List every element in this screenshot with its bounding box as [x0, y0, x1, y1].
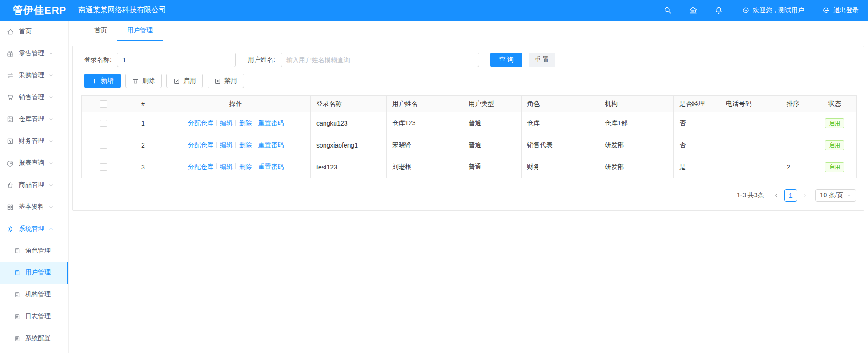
content-card: 登录名称: 用户姓名: 查 询 重 置 新增 删除 启用 [72, 46, 864, 211]
action-reset-password[interactable]: 重置密码 [258, 163, 284, 170]
status-badge: 启用 [825, 140, 844, 150]
check-square-icon [173, 78, 180, 84]
cell-user-type: 普通 [463, 134, 522, 156]
chevron-down-icon [48, 161, 53, 166]
action-reset-password[interactable]: 重置密码 [258, 141, 284, 148]
action-delete[interactable]: 删除 [239, 119, 252, 126]
cell-phone [720, 112, 781, 134]
cell-is-manager: 否 [674, 112, 720, 134]
prev-page-button[interactable] [771, 189, 782, 202]
action-edit[interactable]: 编辑 [220, 119, 233, 126]
header-actions: 欢迎您，测试用户 退出登录 [647, 5, 859, 16]
bank-icon[interactable] [688, 5, 698, 16]
basic-data-icon [6, 203, 14, 211]
action-edit[interactable]: 编辑 [220, 141, 233, 148]
page-size-select[interactable]: 10 条/页 [815, 189, 856, 202]
chevron-right-icon [803, 193, 808, 198]
tab-home[interactable]: 首页 [84, 20, 117, 41]
action-delete[interactable]: 删除 [239, 163, 252, 170]
sidebar-item-system-config[interactable]: 系统配置 [0, 327, 68, 349]
add-button[interactable]: 新增 [84, 74, 121, 88]
col-is-manager: 是否经理 [674, 96, 720, 112]
cell-org: 研发部 [599, 134, 674, 156]
chevron-down-icon [48, 139, 53, 144]
purchase-icon [6, 72, 14, 79]
sidebar-item-org-mgmt[interactable]: 机构管理 [0, 284, 68, 306]
sidebar-item-purchase[interactable]: 采购管理 [0, 64, 68, 86]
sidebar-item-sales[interactable]: 销售管理 [0, 86, 68, 108]
table-header-row: # 操作 登录名称 用户姓名 用户类型 角色 机构 是否经理 电话号码 排序 状… [82, 96, 857, 112]
sidebar-item-log-mgmt[interactable]: 日志管理 [0, 306, 68, 327]
action-reset-password[interactable]: 重置密码 [258, 119, 284, 126]
welcome-user[interactable]: 欢迎您，测试用户 [742, 6, 804, 15]
main-content: 首页 用户管理 登录名称: 用户姓名: 查 询 重 置 新增 删除 [69, 21, 868, 353]
toolbar: 新增 删除 启用 禁用 [81, 74, 855, 88]
trash-icon [132, 78, 139, 84]
reset-button[interactable]: 重 置 [529, 53, 555, 67]
login-name-input[interactable] [117, 53, 236, 67]
logout-text: 退出登录 [833, 6, 859, 15]
sidebar: 首页 零售管理 采购管理 销售管理 仓库管理 财务管理 报表查询 商品管理 基本… [0, 21, 69, 353]
action-assign-warehouse[interactable]: 分配仓库 [188, 119, 213, 126]
sidebar-item-goods[interactable]: 商品管理 [0, 174, 68, 196]
users-table: # 操作 登录名称 用户姓名 用户类型 角色 机构 是否经理 电话号码 排序 状… [81, 95, 857, 178]
bell-icon[interactable] [714, 5, 724, 16]
search-icon[interactable] [662, 5, 672, 16]
retail-icon [6, 50, 14, 58]
search-button[interactable]: 查 询 [490, 53, 522, 67]
pagination: 1-3 共3条 1 10 条/页 [81, 189, 856, 202]
chevron-left-icon [773, 193, 779, 198]
row-checkbox[interactable] [100, 120, 107, 127]
col-phone: 电话号码 [720, 96, 781, 112]
cell-sort [781, 112, 813, 134]
row-checkbox[interactable] [100, 163, 107, 171]
col-actions: 操作 [161, 96, 311, 112]
app-logo: 管伊佳ERP [13, 4, 66, 17]
row-checkbox[interactable] [100, 142, 107, 149]
sidebar-item-home[interactable]: 首页 [0, 21, 68, 42]
sidebar-item-retail[interactable]: 零售管理 [0, 42, 68, 64]
action-edit[interactable]: 编辑 [220, 163, 233, 170]
sidebar-item-report[interactable]: 报表查询 [0, 152, 68, 174]
plus-icon [91, 78, 98, 84]
cell-user-name: 刘老根 [387, 156, 463, 178]
sidebar-item-basic-data[interactable]: 基本资料 [0, 196, 68, 218]
col-role: 角色 [522, 96, 599, 112]
logout-icon [822, 6, 830, 14]
row-index: 3 [125, 156, 161, 178]
document-icon [14, 269, 21, 276]
enable-button[interactable]: 启用 [166, 74, 203, 88]
col-user-type: 用户类型 [463, 96, 522, 112]
sidebar-item-warehouse[interactable]: 仓库管理 [0, 108, 68, 130]
logout-button[interactable]: 退出登录 [822, 6, 859, 15]
select-all-checkbox[interactable] [100, 100, 107, 108]
table-row: 2 分配仓库编辑删除重置密码 songxiaofeng1 宋晓锋 普通 销售代表… [82, 134, 857, 156]
delete-button[interactable]: 删除 [125, 74, 162, 88]
action-delete[interactable]: 删除 [239, 141, 252, 148]
next-page-button[interactable] [800, 189, 811, 202]
filter-row: 登录名称: 用户姓名: 查 询 重 置 [81, 53, 855, 67]
cell-is-manager: 是 [674, 156, 720, 178]
chevron-down-icon [48, 73, 53, 78]
finance-icon [6, 137, 14, 145]
gear-icon [6, 225, 14, 233]
user-name-input[interactable] [281, 53, 479, 67]
cell-user-name: 仓库123 [387, 112, 463, 134]
x-square-icon [214, 78, 221, 84]
tab-user-mgmt[interactable]: 用户管理 [117, 20, 163, 41]
sidebar-item-user-mgmt[interactable]: 用户管理 [0, 262, 68, 284]
cell-org: 仓库1部 [599, 112, 674, 134]
document-icon [14, 291, 21, 298]
cell-is-manager: 否 [674, 134, 720, 156]
user-status-icon [742, 6, 750, 14]
action-assign-warehouse[interactable]: 分配仓库 [188, 163, 213, 170]
cell-user-name: 宋晓锋 [387, 134, 463, 156]
sidebar-item-system[interactable]: 系统管理 [0, 218, 68, 240]
cell-phone [720, 134, 781, 156]
page-number-button[interactable]: 1 [784, 189, 797, 202]
sidebar-item-role-mgmt[interactable]: 角色管理 [0, 240, 68, 262]
document-icon [14, 335, 21, 342]
sidebar-item-finance[interactable]: 财务管理 [0, 130, 68, 152]
action-assign-warehouse[interactable]: 分配仓库 [188, 141, 213, 148]
disable-button[interactable]: 禁用 [208, 74, 244, 88]
